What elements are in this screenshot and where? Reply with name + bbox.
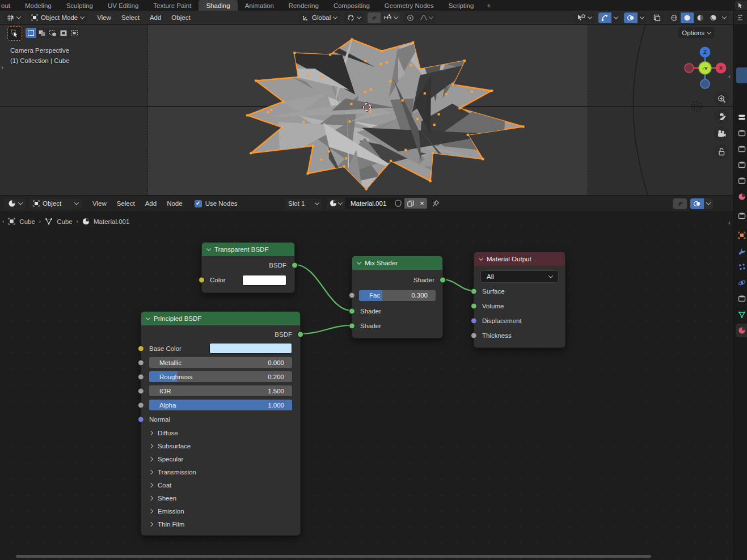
socket-volume-input[interactable] bbox=[471, 303, 477, 309]
fake-user-button[interactable] bbox=[392, 198, 404, 209]
overlays-dropdown[interactable] bbox=[638, 12, 647, 23]
tab-rendering[interactable]: Rendering bbox=[281, 0, 326, 11]
lock-view-button[interactable] bbox=[714, 144, 729, 159]
use-nodes-checkbox[interactable]: ✓ bbox=[195, 200, 202, 207]
color-swatch[interactable] bbox=[242, 275, 286, 286]
node-principled-bsdf[interactable]: Principled BSDF BSDF Base Color Metallic bbox=[141, 311, 301, 536]
section-subsurface[interactable]: Subsurface bbox=[141, 439, 300, 452]
node-mix-shader[interactable]: Mix Shader Shader Fac 0.300 S bbox=[352, 256, 443, 338]
shading-dropdown[interactable] bbox=[720, 12, 729, 23]
props-tab-object[interactable] bbox=[736, 228, 747, 242]
props-tab-world[interactable] bbox=[736, 190, 747, 203]
xray-toggle[interactable] bbox=[650, 12, 664, 23]
breadcrumb-expand-arrow[interactable]: › bbox=[2, 218, 4, 224]
material-browse-dropdown[interactable] bbox=[327, 198, 345, 209]
menu-add[interactable]: Add bbox=[145, 14, 166, 21]
unlink-material-button[interactable]: × bbox=[417, 198, 427, 209]
collapse-icon[interactable] bbox=[357, 260, 361, 264]
shader-snap-toggle[interactable] bbox=[673, 198, 687, 209]
socket-ior-input[interactable] bbox=[138, 388, 144, 394]
collapse-icon[interactable] bbox=[206, 246, 211, 251]
base-color-swatch[interactable] bbox=[209, 343, 292, 354]
props-tab-constraints[interactable] bbox=[736, 292, 747, 306]
shader-node-editor[interactable]: › Cube › Cube › Material.001 Transparent… bbox=[0, 212, 733, 560]
props-tab-data[interactable] bbox=[736, 308, 747, 321]
select-intersect-button[interactable] bbox=[69, 28, 79, 38]
pivot-point-dropdown[interactable] bbox=[344, 12, 364, 23]
tab-shading[interactable]: Shading bbox=[199, 0, 237, 11]
section-sheen[interactable]: Sheen bbox=[141, 491, 300, 504]
proportional-editing-toggle[interactable] bbox=[404, 12, 417, 23]
node-header[interactable]: Material Output bbox=[474, 252, 565, 266]
editor-type-button[interactable] bbox=[3, 12, 24, 23]
metallic-slider[interactable]: Metallic 0.000 bbox=[149, 357, 292, 368]
section-coat[interactable]: Coat bbox=[141, 478, 300, 491]
section-diffuse[interactable]: Diffuse bbox=[141, 426, 300, 439]
props-tab-particles[interactable] bbox=[736, 260, 747, 274]
horizontal-scrollbar[interactable] bbox=[16, 555, 651, 558]
socket-bsdf-output[interactable] bbox=[297, 332, 303, 338]
tab-uv-editing[interactable]: UV Editing bbox=[100, 0, 146, 11]
navigation-gizmo[interactable]: Z X -Y bbox=[683, 46, 727, 90]
props-tab-material[interactable] bbox=[736, 324, 747, 337]
use-nodes-control[interactable]: ✓ Use Nodes bbox=[195, 200, 238, 207]
tab-animation[interactable]: Animation bbox=[238, 0, 281, 11]
props-tab-scene[interactable] bbox=[736, 174, 747, 188]
shading-rendered-button[interactable] bbox=[707, 12, 720, 23]
props-tab-view-layer[interactable] bbox=[736, 158, 747, 172]
node-header[interactable]: Transparent BSDF bbox=[202, 243, 294, 256]
node-sidebar-collapse-arrow[interactable]: ‹ bbox=[728, 219, 731, 227]
menu-select[interactable]: Select bbox=[116, 14, 145, 21]
menu-select-shader[interactable]: Select bbox=[112, 200, 140, 207]
node-header[interactable]: Mix Shader bbox=[352, 256, 442, 270]
properties-header[interactable] bbox=[734, 11, 747, 25]
socket-shader-input-2[interactable] bbox=[349, 323, 355, 329]
overlays-toggle[interactable] bbox=[624, 12, 638, 23]
shading-material-button[interactable] bbox=[694, 12, 707, 23]
props-tab-physics[interactable] bbox=[736, 276, 747, 290]
section-thin-film[interactable]: Thin Film bbox=[141, 517, 300, 531]
socket-shader-output[interactable] bbox=[440, 277, 446, 283]
props-tab-render[interactable] bbox=[736, 126, 747, 140]
menu-object[interactable]: Object bbox=[166, 14, 195, 21]
socket-metallic-input[interactable] bbox=[138, 359, 144, 366]
section-transmission[interactable]: Transmission bbox=[141, 465, 300, 478]
props-tab-tool[interactable] bbox=[736, 111, 747, 124]
socket-color-input[interactable] bbox=[199, 277, 205, 283]
socket-base-color-input[interactable] bbox=[138, 345, 144, 351]
add-workspace-button[interactable]: + bbox=[482, 0, 497, 11]
shading-wireframe-button[interactable] bbox=[668, 12, 681, 23]
select-set-button[interactable] bbox=[26, 28, 36, 38]
menu-node-shader[interactable]: Node bbox=[162, 200, 188, 207]
shader-overlays-toggle[interactable] bbox=[690, 198, 704, 209]
mode-dropdown[interactable]: Object Mode bbox=[28, 12, 87, 23]
gizmo-minus-z-axis[interactable] bbox=[700, 79, 710, 88]
falloff-dropdown[interactable] bbox=[417, 12, 436, 23]
camera-view-button[interactable] bbox=[714, 126, 729, 141]
gizmo-minus-x-axis[interactable] bbox=[685, 63, 694, 73]
options-dropdown[interactable]: Options bbox=[678, 27, 714, 38]
snap-toggle[interactable] bbox=[368, 12, 381, 23]
new-material-button[interactable] bbox=[404, 198, 417, 209]
menu-view-shader[interactable]: View bbox=[87, 200, 112, 207]
active-tool-tweak-button[interactable] bbox=[7, 26, 22, 41]
props-tab-collection[interactable] bbox=[736, 209, 747, 223]
tab-scripting[interactable]: Scripting bbox=[441, 0, 482, 11]
tab-sculpting[interactable]: Sculpting bbox=[59, 0, 100, 11]
socket-fac-input[interactable] bbox=[349, 292, 355, 299]
output-target-dropdown[interactable]: All bbox=[480, 270, 559, 283]
editor-type-button-shader[interactable] bbox=[5, 198, 26, 209]
fac-slider[interactable]: Fac 0.300 bbox=[359, 290, 436, 301]
tab-geometry-nodes[interactable]: Geometry Nodes bbox=[377, 0, 441, 11]
collapse-icon[interactable] bbox=[146, 315, 150, 320]
gizmo-dropdown[interactable] bbox=[611, 12, 621, 23]
ior-slider[interactable]: IOR 1.500 bbox=[149, 385, 292, 396]
select-extend-button[interactable] bbox=[36, 28, 47, 38]
props-tab-output[interactable] bbox=[736, 142, 747, 156]
material-name-field[interactable]: Material.001 bbox=[345, 198, 392, 209]
tab-compositing[interactable]: Compositing bbox=[326, 0, 377, 11]
visibility-dropdown[interactable] bbox=[574, 12, 595, 23]
section-emission[interactable]: Emission bbox=[141, 504, 300, 517]
viewport-3d[interactable]: Camera Perspective (1) Collection | Cube… bbox=[0, 25, 733, 195]
socket-roughness-input[interactable] bbox=[138, 374, 144, 380]
